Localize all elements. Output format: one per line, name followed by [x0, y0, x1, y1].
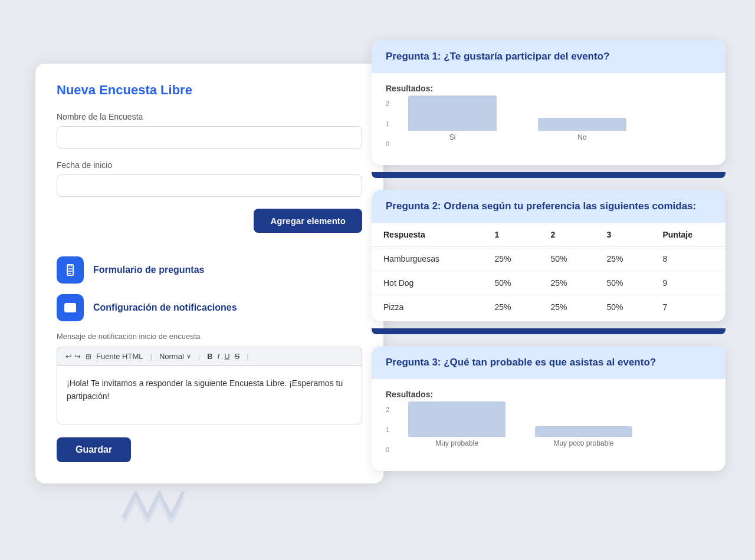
- question-2-header: Pregunta 2: Ordena según tu preferencia …: [372, 190, 726, 223]
- bar-muy-poco-probable: [535, 426, 632, 437]
- italic-button[interactable]: I: [218, 352, 220, 361]
- results-table: Respuesta 1 2 3 Puntaje Hamburguesas 25%…: [372, 223, 726, 319]
- bar-label-muy-poco-probable: Muy poco probable: [553, 439, 613, 447]
- col-respuesta: Respuesta: [372, 223, 482, 247]
- question-1-body: Resultados: 2 1 0 Si No: [372, 73, 726, 165]
- html-source-label[interactable]: Fuente HTML: [96, 352, 143, 361]
- row-3-c1: 25%: [482, 295, 539, 319]
- y-axis-q3-0: 0: [386, 446, 389, 453]
- bar-label-muy-probable: Muy probable: [435, 439, 478, 447]
- survey-name-label: Nombre de la Encuesta: [57, 112, 362, 121]
- col-puntaje: Puntaje: [651, 223, 726, 247]
- bar-si: [408, 95, 497, 131]
- editor-content: ¡Hola! Te invitamos a responder la sigui…: [67, 378, 343, 401]
- row-2-score: 9: [651, 271, 726, 295]
- undo-redo-group: ↩ ↪: [65, 352, 81, 361]
- row-2-name: Hot Dog: [372, 271, 482, 295]
- survey-name-input[interactable]: [57, 126, 362, 149]
- bar-label-si: Si: [449, 133, 456, 141]
- table-row: Hamburguesas 25% 50% 25% 8: [372, 247, 726, 271]
- row-1-name: Hamburguesas: [372, 247, 482, 271]
- notifications-section-label: Configuración de notificaciones: [93, 302, 237, 313]
- table-row: Pizza 25% 25% 50% 7: [372, 295, 726, 319]
- table-row: Hot Dog 50% 25% 50% 9: [372, 271, 726, 295]
- question-1-card: Pregunta 1: ¿Te gustaría participar del …: [372, 40, 726, 165]
- question-1-header: Pregunta 1: ¿Te gustaría participar del …: [372, 40, 726, 73]
- bar-label-no: No: [577, 133, 586, 141]
- panel-title: Nueva Encuesta Libre: [57, 83, 362, 98]
- question-3-header: Pregunta 3: ¿Qué tan probable es que asi…: [372, 346, 726, 379]
- left-panel: Nueva Encuesta Libre Nombre de la Encues…: [35, 64, 383, 483]
- divider-2: [372, 328, 726, 334]
- y-axis-q3-1: 1: [386, 426, 389, 433]
- redo-button[interactable]: ↪: [74, 352, 81, 361]
- questions-section-item[interactable]: Formulario de preguntas: [57, 256, 362, 284]
- undo-button[interactable]: ↩: [65, 352, 72, 361]
- row-1-c2: 50%: [539, 247, 595, 271]
- question-2-body: Respuesta 1 2 3 Puntaje Hamburguesas 25%…: [372, 223, 726, 321]
- row-2-c2: 25%: [539, 271, 595, 295]
- right-panel: Pregunta 1: ¿Te gustaría participar del …: [372, 40, 726, 471]
- bar-no: [538, 118, 626, 131]
- row-2-c1: 50%: [482, 271, 539, 295]
- notif-message-label: Mensaje de notificación inicio de encues…: [57, 332, 362, 341]
- results-label-3: Resultados:: [386, 390, 711, 399]
- start-date-label: Fecha de inicio: [57, 160, 362, 170]
- y-axis-2: 2: [386, 100, 389, 107]
- bar-muy-probable: [408, 401, 505, 437]
- col-1: 1: [482, 223, 539, 247]
- question-2-card: Pregunta 2: Ordena según tu preferencia …: [372, 190, 726, 321]
- divider-1: [372, 172, 726, 178]
- editor-toolbar: ↩ ↪ ⊞ Fuente HTML | Normal ∨ | B I U S |: [57, 347, 362, 365]
- col-2: 2: [539, 223, 595, 247]
- row-3-c2: 25%: [539, 295, 595, 319]
- col-3: 3: [595, 223, 651, 247]
- row-3-score: 7: [651, 295, 726, 319]
- question-3-card: Pregunta 3: ¿Qué tan probable es que asi…: [372, 346, 726, 471]
- toolbar-sep-2: |: [198, 352, 200, 361]
- clipboard-icon: [57, 256, 84, 284]
- editor-body[interactable]: ¡Hola! Te invitamos a responder la sigui…: [57, 365, 362, 424]
- underline-button[interactable]: U: [224, 352, 229, 361]
- question-3-body: Resultados: 2 1 0 Muy probable Muy: [372, 379, 726, 471]
- add-element-button[interactable]: Agregar elemento: [254, 209, 362, 233]
- y-axis-0: 0: [386, 140, 389, 147]
- results-label-1: Resultados:: [386, 84, 711, 93]
- toolbar-sep-3: |: [247, 352, 248, 361]
- start-date-input[interactable]: [57, 174, 362, 197]
- mail-icon: [57, 294, 84, 321]
- row-3-c3: 50%: [595, 295, 651, 319]
- y-axis-q3-2: 2: [386, 406, 389, 413]
- row-1-score: 8: [651, 247, 726, 271]
- chevron-down-icon: ∨: [186, 353, 191, 360]
- notifications-section-item[interactable]: Configuración de notificaciones: [57, 294, 362, 321]
- question-1-title: Pregunta 1: ¿Te gustaría participar del …: [386, 51, 711, 62]
- html-icon: ⊞: [86, 353, 91, 361]
- font-style-dropdown[interactable]: Normal ∨: [159, 352, 191, 361]
- question-2-title: Pregunta 2: Ordena según tu preferencia …: [386, 200, 711, 212]
- font-style-label: Normal: [159, 352, 184, 361]
- save-button[interactable]: Guardar: [57, 437, 131, 462]
- toolbar-sep-1: |: [150, 352, 152, 361]
- row-1-c1: 25%: [482, 247, 539, 271]
- question-3-title: Pregunta 3: ¿Qué tan probable es que asi…: [386, 357, 711, 368]
- row-2-c3: 50%: [595, 271, 651, 295]
- row-1-c3: 25%: [595, 247, 651, 271]
- bold-button[interactable]: B: [207, 352, 212, 361]
- questions-section-label: Formulario de preguntas: [93, 265, 204, 275]
- zigzag-decoration: [118, 487, 189, 525]
- y-axis-1: 1: [386, 120, 389, 127]
- row-3-name: Pizza: [372, 295, 482, 319]
- strikethrough-button[interactable]: S: [235, 352, 240, 361]
